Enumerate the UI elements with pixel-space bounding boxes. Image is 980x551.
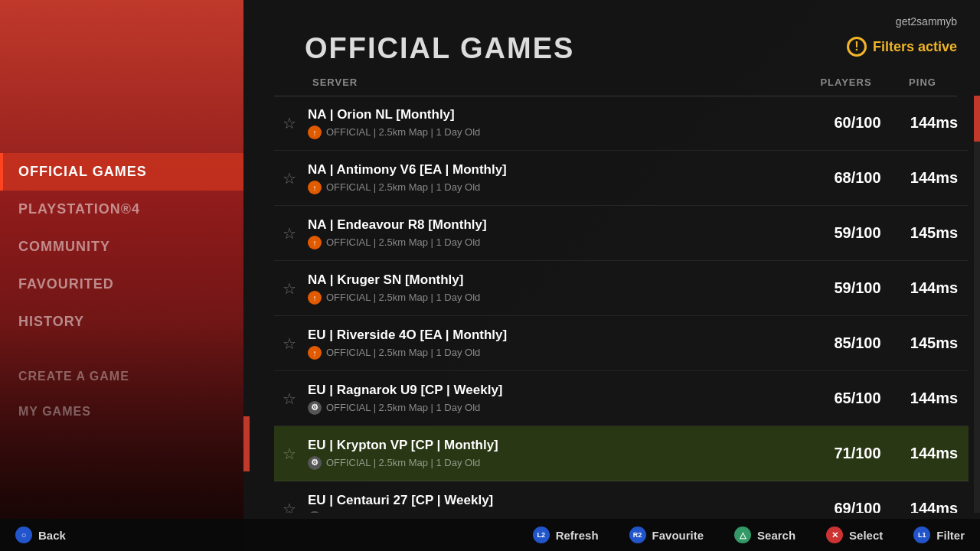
server-type-icon-4: ↑ — [308, 346, 322, 360]
server-players-2: 59/100 — [815, 224, 900, 242]
scrollbar-thumb[interactable] — [974, 96, 980, 142]
server-players-6: 71/100 — [815, 445, 900, 462]
server-ping-4: 145ms — [900, 334, 969, 352]
filters-active-label: Filters active — [873, 39, 957, 55]
server-row-3[interactable]: ☆NA | Kruger SN [Monthly]↑OFFICIAL | 2.5… — [274, 261, 969, 316]
server-name-7: EU | Centauri 27 [CP | Weekly] — [308, 493, 815, 508]
server-name-0: NA | Orion NL [Monthly] — [308, 107, 815, 122]
server-players-5: 65/100 — [815, 390, 900, 407]
server-row-4[interactable]: ☆EU | Riverside 4O [EA | Monthly]↑OFFICI… — [274, 316, 969, 371]
server-list: ☆NA | Orion NL [Monthly]↑OFFICIAL | 2.5k… — [274, 96, 969, 513]
favourite-label: Favourite — [652, 529, 704, 542]
server-ping-6: 144ms — [900, 445, 969, 462]
server-meta-text-0: OFFICIAL | 2.5km Map | 1 Day Old — [326, 126, 480, 138]
sidebar-item-community[interactable]: COMMUNITY — [0, 228, 243, 266]
server-info-0: NA | Orion NL [Monthly]↑OFFICIAL | 2.5km… — [305, 107, 815, 139]
server-meta-text-4: OFFICIAL | 2.5km Map | 1 Day Old — [326, 347, 480, 358]
server-meta-7: ⚙OFFICIAL | 2.5km Map | 1 Day Old — [308, 511, 815, 514]
favourite-star-5[interactable]: ☆ — [274, 390, 305, 408]
server-players-0: 60/100 — [815, 114, 900, 132]
back-icon: ○ — [15, 527, 32, 543]
server-type-icon-1: ↑ — [308, 181, 322, 194]
back-label: Back — [38, 529, 66, 542]
server-info-1: NA | Antimony V6 [EA | Monthly]↑OFFICIAL… — [305, 162, 815, 194]
server-meta-text-5: OFFICIAL | 2.5km Map | 1 Day Old — [326, 402, 480, 413]
selected-row-indicator — [243, 416, 250, 471]
server-meta-3: ↑OFFICIAL | 2.5km Map | 1 Day Old — [308, 291, 815, 305]
triangle-icon: △ — [734, 527, 751, 543]
favourite-star-1[interactable]: ☆ — [274, 169, 305, 187]
refresh-button[interactable]: L2 Refresh — [518, 527, 614, 543]
server-type-icon-0: ↑ — [308, 126, 322, 139]
cross-icon: ✕ — [826, 527, 843, 543]
favourite-star-2[interactable]: ☆ — [274, 224, 305, 243]
sidebar-item-create-a-game[interactable]: CREATE A GAME — [0, 359, 243, 394]
col-server-header: SERVER — [274, 77, 804, 88]
server-row-0[interactable]: ☆NA | Orion NL [Monthly]↑OFFICIAL | 2.5k… — [274, 96, 969, 151]
column-headers: SERVER PLAYERS PING — [274, 77, 957, 96]
server-row-1[interactable]: ☆NA | Antimony V6 [EA | Monthly]↑OFFICIA… — [274, 151, 969, 206]
filters-active-indicator[interactable]: ! Filters active — [847, 37, 957, 57]
server-meta-2: ↑OFFICIAL | 2.5km Map | 1 Day Old — [308, 236, 815, 249]
server-players-7: 69/100 — [815, 500, 900, 513]
favourite-star-4[interactable]: ☆ — [274, 334, 305, 353]
server-ping-5: 144ms — [900, 390, 969, 407]
server-ping-2: 145ms — [900, 224, 969, 242]
sidebar-item-history[interactable]: HISTORY — [0, 303, 243, 341]
server-info-7: EU | Centauri 27 [CP | Weekly]⚙OFFICIAL … — [305, 493, 815, 514]
server-meta-text-3: OFFICIAL | 2.5km Map | 1 Day Old — [326, 292, 480, 303]
back-button[interactable]: ○ Back — [0, 527, 81, 543]
sidebar-item-official-games[interactable]: OFFICIAL GAMES — [0, 153, 243, 191]
server-type-icon-2: ↑ — [308, 236, 322, 249]
server-info-2: NA | Endeavour R8 [Monthly]↑OFFICIAL | 2… — [305, 217, 815, 249]
col-players-header: PLAYERS — [804, 77, 888, 88]
server-type-icon-5: ⚙ — [308, 401, 322, 415]
filters-warning-icon: ! — [847, 37, 867, 57]
filter-label: Filter — [936, 529, 965, 542]
col-ping-header: PING — [888, 77, 957, 88]
l2-icon: L1 — [913, 527, 930, 543]
server-meta-1: ↑OFFICIAL | 2.5km Map | 1 Day Old — [308, 181, 815, 194]
server-meta-text-1: OFFICIAL | 2.5km Map | 1 Day Old — [326, 181, 480, 193]
search-button[interactable]: △ Search — [719, 527, 811, 543]
server-name-5: EU | Ragnarok U9 [CP | Weekly] — [308, 383, 815, 398]
server-row-2[interactable]: ☆NA | Endeavour R8 [Monthly]↑OFFICIAL | … — [274, 206, 969, 261]
server-meta-4: ↑OFFICIAL | 2.5km Map | 1 Day Old — [308, 346, 815, 360]
server-name-2: NA | Endeavour R8 [Monthly] — [308, 217, 815, 233]
favourite-star-7[interactable]: ☆ — [274, 500, 305, 514]
server-meta-text-2: OFFICIAL | 2.5km Map | 1 Day Old — [326, 236, 480, 248]
sidebar-nav: OFFICIAL GAMESPLAYSTATION®4COMMUNITYFAVO… — [0, 0, 243, 429]
server-info-5: EU | Ragnarok U9 [CP | Weekly]⚙OFFICIAL … — [305, 383, 815, 415]
server-row-5[interactable]: ☆EU | Ragnarok U9 [CP | Weekly]⚙OFFICIAL… — [274, 371, 969, 426]
server-meta-5: ⚙OFFICIAL | 2.5km Map | 1 Day Old — [308, 401, 815, 415]
server-row-7[interactable]: ☆EU | Centauri 27 [CP | Weekly]⚙OFFICIAL… — [274, 481, 969, 513]
server-ping-1: 144ms — [900, 169, 969, 187]
sidebar-item-my-games[interactable]: MY GAMES — [0, 394, 243, 429]
server-row-6[interactable]: ☆EU | Krypton VP [CP | Monthly]⚙OFFICIAL… — [274, 426, 969, 481]
favourite-star-0[interactable]: ☆ — [274, 114, 305, 132]
sidebar: OFFICIAL GAMESPLAYSTATION®4COMMUNITYFAVO… — [0, 0, 243, 551]
sidebar-item-favourited[interactable]: FAVOURITED — [0, 266, 243, 303]
favourite-button[interactable]: R2 Favourite — [614, 527, 720, 543]
server-info-6: EU | Krypton VP [CP | Monthly]⚙OFFICIAL … — [305, 438, 815, 470]
select-label: Select — [849, 529, 883, 542]
scrollbar-track[interactable] — [974, 96, 980, 513]
server-meta-text-7: OFFICIAL | 2.5km Map | 1 Day Old — [326, 512, 480, 513]
bottom-bar: ○ Back L2 Refresh R2 Favourite △ Search … — [0, 519, 980, 551]
filter-button[interactable]: L1 Filter — [898, 527, 980, 543]
refresh-label: Refresh — [556, 529, 599, 542]
favourite-star-3[interactable]: ☆ — [274, 279, 305, 298]
server-ping-3: 144ms — [900, 279, 969, 297]
action-buttons: L2 Refresh R2 Favourite △ Search ✕ Selec… — [518, 527, 980, 543]
server-meta-0: ↑OFFICIAL | 2.5km Map | 1 Day Old — [308, 126, 815, 139]
favourite-star-6[interactable]: ☆ — [274, 445, 305, 463]
r2-icon: L2 — [533, 527, 550, 543]
server-name-4: EU | Riverside 4O [EA | Monthly] — [308, 328, 815, 343]
search-label: Search — [757, 529, 795, 542]
username: get2sammyb — [896, 15, 957, 28]
sidebar-item-playstation4[interactable]: PLAYSTATION®4 — [0, 191, 243, 228]
server-players-1: 68/100 — [815, 169, 900, 187]
server-meta-text-6: OFFICIAL | 2.5km Map | 1 Day Old — [326, 457, 480, 468]
server-name-6: EU | Krypton VP [CP | Monthly] — [308, 438, 815, 453]
select-button[interactable]: ✕ Select — [811, 527, 898, 543]
